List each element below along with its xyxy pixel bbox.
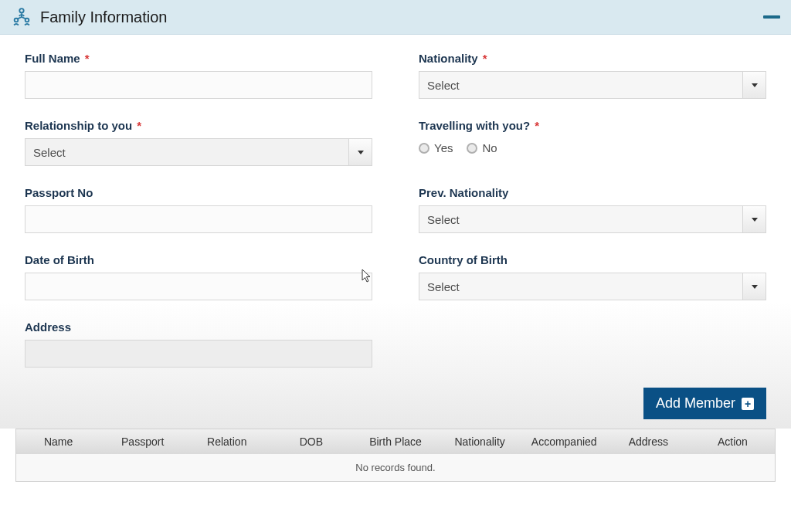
th-accompanied: Accompanied [522,435,606,448]
th-relation: Relation [185,435,269,448]
radio-label-yes: Yes [434,141,453,154]
th-birth-place: Birth Place [353,435,437,448]
th-name: Name [16,435,100,448]
family-icon [11,6,32,28]
label-text: Travelling with you? [419,119,530,132]
panel-header: Family Information [0,0,791,35]
table-empty-message: No records found. [16,454,775,481]
label-prev-nationality: Prev. Nationality [419,186,766,199]
prev-nationality-select[interactable]: Select [419,205,766,233]
label-text: Full Name [25,52,80,65]
label-passport-no: Passport No [25,186,372,199]
field-passport-no: Passport No [25,186,372,233]
th-dob: DOB [269,435,353,448]
label-dob: Date of Birth [25,253,372,266]
select-value: Select [419,72,742,98]
form-body: Full Name * Nationality * Select Relatio… [0,35,791,377]
label-full-name: Full Name * [25,52,372,65]
members-table: Name Passport Relation DOB Birth Place N… [15,429,776,482]
chevron-down-icon[interactable] [742,72,766,98]
dob-input[interactable] [25,273,372,300]
radio-icon [419,143,429,154]
label-travelling: Travelling with you? * [419,119,766,132]
plus-icon: + [742,398,754,410]
svg-point-2 [25,19,29,22]
th-action: Action [691,435,775,448]
field-prev-nationality: Prev. Nationality Select [419,186,766,233]
actions-bar: Add Member + [0,377,791,429]
chevron-down-icon[interactable] [348,139,372,165]
required-mark: * [137,119,141,132]
th-address: Address [606,435,691,448]
th-passport: Passport [100,435,185,448]
label-nationality: Nationality * [419,52,766,65]
address-input[interactable] [25,340,372,368]
th-nationality: Nationality [438,435,522,448]
travelling-radio-group: Yes No [419,138,766,154]
field-full-name: Full Name * [25,52,372,99]
passport-no-input[interactable] [25,205,372,233]
radio-icon [467,143,477,154]
label-text: Nationality [419,52,478,65]
table-header-row: Name Passport Relation DOB Birth Place N… [16,429,775,454]
required-mark: * [85,52,90,65]
chevron-down-icon[interactable] [742,206,766,232]
label-address: Address [25,320,372,334]
cob-select[interactable]: Select [419,273,766,300]
field-dob: Date of Birth [25,253,372,300]
select-value: Select [419,273,742,300]
select-value: Select [25,139,348,165]
label-relationship: Relationship to you * [25,119,372,132]
svg-point-1 [15,19,19,22]
panel-header-left: Family Information [11,6,168,28]
nationality-select[interactable]: Select [419,71,766,99]
required-mark: * [483,52,487,65]
travelling-no[interactable]: No [467,141,497,154]
required-mark: * [535,119,539,132]
field-nationality: Nationality * Select [419,52,766,99]
field-relationship: Relationship to you * Select [25,119,372,166]
travelling-yes[interactable]: Yes [419,141,453,154]
panel-title: Family Information [40,8,168,26]
label-cob: Country of Birth [419,253,766,266]
field-address: Address [25,320,372,368]
add-member-label: Add Member [656,395,735,412]
field-travelling: Travelling with you? * Yes No [419,119,766,166]
label-text: Relationship to you [25,119,132,132]
svg-point-0 [19,8,23,12]
relationship-select[interactable]: Select [25,138,372,166]
add-member-button[interactable]: Add Member + [643,388,766,419]
radio-label-no: No [482,141,497,154]
select-value: Select [419,206,742,232]
field-cob: Country of Birth Select [419,253,766,300]
full-name-input[interactable] [25,71,372,99]
chevron-down-icon[interactable] [742,273,766,300]
collapse-icon[interactable] [763,15,780,19]
